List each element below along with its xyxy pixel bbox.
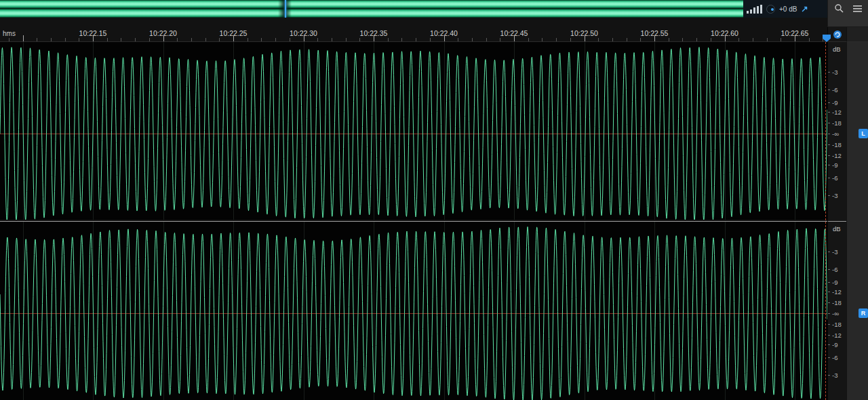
waveform-display[interactable] [0, 42, 827, 400]
timeline-tick-minor [500, 38, 500, 41]
timeline-tick-minor [767, 38, 768, 41]
timeline-tick-major [93, 35, 94, 41]
timeline-tick-minor [401, 38, 402, 41]
timeline-tick-minor [359, 38, 360, 41]
timeline-tick-minor [317, 38, 318, 41]
channel-left-button[interactable]: L [859, 129, 868, 138]
db-ruler-label: -∞ [832, 130, 839, 138]
db-ruler-label: -∞ [832, 310, 839, 317]
db-ruler-tick [828, 313, 830, 314]
timeline-tick-major [23, 35, 24, 41]
db-ruler-tick [828, 72, 830, 73]
db-ruler-tick [828, 102, 830, 103]
timeline-tick-minor [107, 38, 108, 41]
timeline-tick-minor [37, 38, 37, 41]
timeline-tick-minor [248, 38, 248, 41]
corner-panel [827, 0, 868, 27]
timeline-tick-minor [205, 38, 206, 41]
channel-right-button[interactable]: R [859, 308, 868, 318]
waveform-editor-area [0, 42, 827, 400]
db-ruler-label: -18 [832, 119, 842, 126]
timeline-tick-major [444, 35, 445, 41]
db-ruler-label: -3 [832, 192, 837, 199]
timeline-tick-minor [556, 38, 557, 41]
timeline-tick-minor [261, 38, 262, 41]
timeline-tick-major [163, 35, 164, 41]
timeline-tick-minor [753, 38, 753, 41]
timeline-tick-minor [9, 38, 9, 41]
db-ruler-label: -12 [832, 108, 842, 115]
timeline-tick-minor [121, 38, 121, 41]
timeline-tick-minor [149, 38, 150, 41]
timeline-tick-major [795, 35, 795, 41]
db-ruler-label: -9 [832, 99, 837, 106]
timeline-tick-major [304, 35, 304, 41]
db-ruler-tick [828, 123, 830, 123]
timeline-tick-minor [598, 38, 599, 41]
timeline-tick-major [374, 35, 374, 41]
db-ruler-tick [828, 282, 830, 283]
audio-editor-window: +0 dB hms 10:22.1510:22.2010:22.2510:22.… [0, 0, 868, 400]
db-ruler-label: -12 [832, 287, 842, 295]
level-knob-icon[interactable] [766, 5, 775, 14]
editor-options-icon[interactable] [833, 30, 842, 39]
db-ruler-tick [828, 292, 830, 292]
meter-panel: +0 dB [743, 0, 827, 18]
db-ruler-label: -9 [832, 279, 837, 286]
zoom-icon[interactable] [834, 3, 845, 14]
timeline-tick-major [725, 35, 726, 41]
timeline-tick-minor [51, 38, 52, 41]
timeline-tick-minor [486, 38, 487, 41]
timeline-tick-minor [696, 38, 697, 41]
timeline-tick-major [654, 35, 655, 41]
timeline-ticks: 10:22.1510:22.2010:22.2510:22.3010:22.35… [0, 18, 827, 41]
channel-divider [828, 221, 847, 222]
db-ruler-label: -12 [832, 332, 842, 339]
timeline-tick-minor [458, 38, 458, 41]
timeline-tick-minor [640, 38, 641, 41]
db-ruler-tick [828, 324, 830, 325]
timeline-ruler[interactable]: hms 10:22.1510:22.2010:22.2510:22.3010:2… [0, 18, 827, 42]
meter-value[interactable]: +0 dB [779, 5, 797, 13]
db-ruler-label: -6 [832, 266, 837, 273]
timeline-tick-major [585, 35, 585, 41]
db-ruler-label: -12 [832, 152, 842, 159]
right-rail: L R [846, 42, 868, 400]
timeline-tick-minor [290, 38, 290, 41]
timeline-tick-minor [711, 38, 711, 41]
timeline-tick-minor [542, 38, 542, 41]
timeline-tick-minor [528, 38, 529, 41]
db-ruler-label: -18 [832, 298, 842, 306]
db-ruler-tick [828, 155, 830, 156]
timeline-tick-minor [781, 38, 781, 41]
timeline-tick-major [233, 35, 234, 41]
pin-icon[interactable] [801, 5, 809, 13]
db-ruler-tick [828, 178, 830, 178]
db-ruler-tick [828, 252, 830, 252]
timeline-tick-minor [682, 38, 683, 41]
amplitude-db-ruler[interactable]: dB-3-6-9-12-18-∞-3-6-9-12-18dB-3-6-9-12-… [827, 42, 846, 400]
timeline-tick-minor [65, 38, 66, 41]
overview-playhead[interactable] [285, 0, 286, 18]
db-ruler-tick [828, 302, 830, 303]
timeline-tick-minor [219, 38, 220, 41]
timeline-tick-minor [430, 38, 431, 41]
overview-waveform[interactable] [0, 0, 743, 18]
db-ruler-tick [828, 134, 830, 134]
panel-menu-icon[interactable] [852, 3, 863, 14]
db-ruler-label: -18 [832, 321, 842, 328]
timeline-tick-minor [191, 38, 192, 41]
timeline-tick-major [514, 35, 515, 41]
timeline-tick-minor [388, 38, 389, 41]
db-ruler-label: -18 [832, 141, 842, 148]
db-ruler-label: -6 [832, 86, 837, 94]
db-ruler-label: -3 [832, 68, 837, 75]
db-ruler-tick [828, 335, 830, 336]
db-ruler-label: -6 [832, 353, 837, 361]
db-ruler-label: -3 [832, 372, 837, 379]
timeline-tick-minor [79, 38, 79, 41]
meter-bars-icon [747, 4, 762, 14]
db-ruler-tick [828, 89, 830, 90]
timeline-tick-minor [416, 38, 416, 41]
timeline-tick-minor [669, 38, 669, 41]
